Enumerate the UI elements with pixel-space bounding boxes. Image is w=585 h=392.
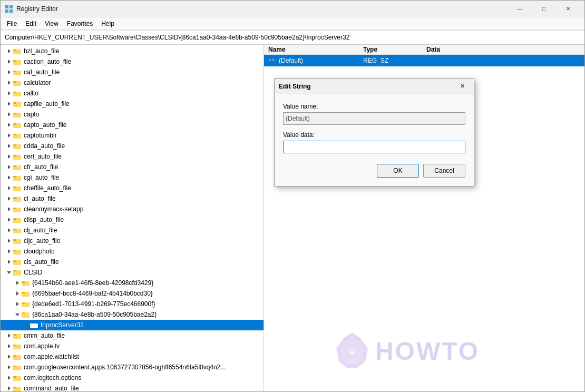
tree-item[interactable]: captotumblr — [1, 130, 264, 141]
value-name-input[interactable] — [283, 112, 465, 125]
tree-item[interactable]: cloudphoto — [1, 246, 264, 257]
tree-item[interactable]: cl_auto_file — [1, 193, 264, 204]
menu-edit[interactable]: Edit — [21, 19, 41, 28]
tree-item[interactable]: cfr_auto_file — [1, 162, 264, 172]
tree-item[interactable]: {86ca1aa0-34aa-4e8b-a509-50c905bae2a2} — [1, 309, 264, 320]
expand-icon[interactable] — [5, 100, 13, 108]
folder-icon — [13, 79, 22, 86]
tree-item-label: clj_auto_file — [24, 227, 57, 234]
expand-icon[interactable] — [5, 173, 13, 182]
svg-rect-71 — [13, 271, 21, 276]
tree-item[interactable]: com.googleusercontent.apps.1063727307856… — [1, 362, 264, 373]
tree-item[interactable]: cleanmymacx-setapp — [1, 204, 264, 214]
expand-icon[interactable] — [5, 363, 13, 371]
tree-item[interactable]: cheffile_auto_file — [1, 183, 264, 193]
svg-rect-1 — [9, 5, 13, 8]
tree-item[interactable]: InprocServer32 — [1, 320, 264, 330]
tree-item[interactable]: capto — [1, 109, 264, 120]
expand-icon[interactable] — [5, 237, 13, 245]
expand-icon[interactable] — [5, 258, 13, 266]
registry-value-row[interactable]: (Default) REG_SZ — [264, 55, 584, 66]
folder-icon — [13, 385, 22, 391]
expand-icon[interactable] — [5, 194, 13, 203]
ok-button[interactable]: OK — [377, 164, 419, 178]
tree-item-label: com.apple.watchlist — [24, 353, 79, 360]
tree-item[interactable]: cdda_auto_file — [1, 141, 264, 151]
maximize-button[interactable]: □ — [532, 1, 556, 17]
value-data-input[interactable] — [283, 141, 465, 153]
expand-icon[interactable] — [5, 121, 13, 129]
app-icon — [5, 5, 13, 13]
tree-item[interactable]: bzl_auto_file — [1, 46, 264, 56]
right-panel-header: Name Type Data — [264, 45, 584, 55]
expand-icon[interactable] — [5, 110, 13, 119]
expand-icon[interactable] — [5, 384, 13, 391]
cancel-button[interactable]: Cancel — [423, 164, 465, 178]
expand-icon[interactable] — [13, 300, 22, 308]
expand-icon[interactable] — [5, 163, 13, 171]
tree-item[interactable]: cgi_auto_file — [1, 172, 264, 183]
menu-file[interactable]: File — [3, 19, 21, 28]
tree-item[interactable]: com.logitech.options — [1, 373, 264, 383]
expand-icon[interactable] — [5, 268, 13, 277]
svg-rect-74 — [22, 281, 25, 283]
expand-icon[interactable] — [5, 184, 13, 192]
expand-icon[interactable] — [5, 131, 13, 140]
tree-item[interactable]: {dede6ed1-7013-4991-b269-775ec466900f} — [1, 299, 264, 309]
expand-icon[interactable] — [5, 89, 13, 97]
expand-icon[interactable] — [5, 247, 13, 256]
tree-item[interactable]: calculator — [1, 77, 264, 88]
expand-icon[interactable] — [5, 352, 13, 361]
folder-icon — [22, 290, 30, 297]
tree-item[interactable]: com.apple.tv — [1, 341, 264, 351]
tree-item[interactable]: cljc_auto_file — [1, 236, 264, 246]
menu-help[interactable]: Help — [97, 19, 119, 28]
menu-favorites[interactable]: Favorites — [63, 19, 97, 28]
close-button[interactable]: ✕ — [556, 1, 580, 17]
expand-icon[interactable] — [5, 331, 13, 340]
tree-item[interactable]: clisp_auto_file — [1, 214, 264, 225]
expand-icon[interactable] — [5, 79, 13, 87]
tree-item[interactable]: clj_auto_file — [1, 225, 264, 236]
expand-icon[interactable] — [5, 374, 13, 382]
expand-icon[interactable] — [5, 215, 13, 224]
tree-item[interactable]: caction_auto_file — [1, 56, 264, 67]
dialog-close-button[interactable]: ✕ — [455, 80, 470, 93]
tree-item-label: caf_auto_file — [24, 68, 60, 76]
tree-item-label: cgi_auto_file — [24, 174, 59, 181]
tree-item[interactable]: {64154b60-aee1-46f6-8eeb-42098cfd3429} — [1, 278, 264, 288]
menu-view[interactable]: View — [41, 19, 63, 28]
expand-icon[interactable] — [5, 342, 13, 350]
folder-icon — [13, 195, 22, 202]
tree-item[interactable]: cmm_auto_file — [1, 330, 264, 341]
expand-icon[interactable] — [13, 289, 22, 298]
expand-icon[interactable] — [5, 142, 13, 150]
expand-icon[interactable] — [5, 152, 13, 161]
tree-item[interactable]: cls_auto_file — [1, 257, 264, 267]
expand-icon[interactable] — [5, 47, 13, 55]
svg-marker-43 — [8, 186, 11, 190]
tree-item[interactable]: com.apple.watchlist — [1, 351, 264, 362]
folder-icon — [13, 111, 22, 118]
expand-icon[interactable] — [5, 226, 13, 234]
tree-item[interactable]: capto_auto_file — [1, 120, 264, 130]
tree-item[interactable]: {6695baef-bcc8-4469-baf2-4b414b0bcd30} — [1, 288, 264, 299]
expand-icon[interactable] — [5, 68, 13, 76]
tree-item[interactable]: caf_auto_file — [1, 67, 264, 77]
tree-item[interactable]: callto — [1, 88, 264, 99]
tree-item[interactable]: CLSID — [1, 267, 264, 278]
tree-item[interactable]: command_auto_file — [1, 383, 264, 391]
expand-icon[interactable] — [13, 279, 22, 287]
folder-icon — [13, 374, 22, 381]
expand-icon[interactable] — [13, 310, 22, 319]
folder-icon — [13, 121, 22, 129]
tree-item[interactable]: capfile_auto_file — [1, 99, 264, 109]
expand-icon[interactable] — [5, 205, 13, 213]
expand-icon[interactable] — [5, 57, 13, 66]
folder-icon — [13, 90, 22, 97]
tree-item[interactable]: cert_auto_file — [1, 151, 264, 162]
minimize-button[interactable]: — — [508, 1, 532, 17]
svg-marker-49 — [8, 207, 11, 211]
tree-panel[interactable]: bzl_auto_file caction_auto_file caf_auto… — [1, 45, 264, 391]
tree-item-label: com.logitech.options — [24, 374, 81, 381]
